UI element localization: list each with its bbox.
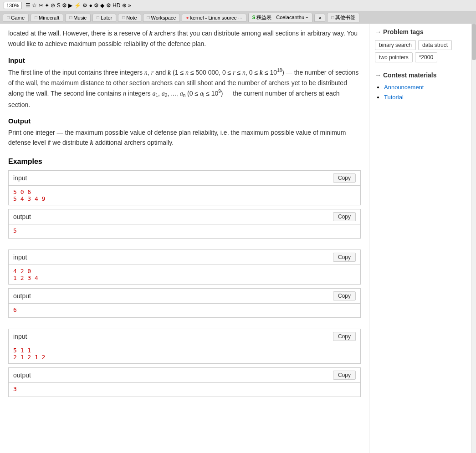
example-2-output: output Copy 6 — [8, 288, 361, 318]
copy-example-3-input[interactable]: Copy — [333, 332, 356, 341]
tags-container: binary search data struct two pointers *… — [375, 40, 466, 62]
example-2-input-body: 4 2 0 1 2 3 4 — [9, 265, 360, 284]
page-container: located at the wall. However, there is a… — [0, 24, 476, 453]
contest-arrow-icon: → — [375, 71, 381, 79]
example-1-output-label: output — [13, 213, 31, 220]
copy-example-2-input[interactable]: Copy — [333, 253, 356, 262]
browser-bar: 130% ☰ ☆ ✂ ✦ ⊘ S ⚙ ▶ ⚡ ⚙ ● ⚙ ◆ ⚙ HD ⊕ » — [0, 0, 476, 11]
examples-title: Examples — [8, 158, 361, 166]
output-title: Output — [8, 117, 361, 125]
example-2-output-label: output — [13, 292, 31, 300]
problem-tags-title: → Problem tags — [375, 28, 466, 36]
main-content: located at the wall. However, there is a… — [0, 24, 369, 453]
contest-materials-section: → Contest materials Announcement Tutoria… — [375, 71, 466, 101]
tab-bookmarks[interactable]: □ 其他书签 — [327, 13, 359, 22]
contest-links-list: Announcement Tutorial — [375, 83, 466, 101]
example-1-output-header: output Copy — [9, 209, 360, 224]
copy-example-1-input[interactable]: Copy — [333, 173, 356, 183]
example-1-input-body: 5 0 6 5 4 3 4 9 — [9, 186, 360, 205]
tab-workspace[interactable]: □ Workspace — [143, 14, 180, 22]
tab-kernel[interactable]: ● kernel - Linux source ··· — [182, 14, 246, 22]
example-2: input Copy 4 2 0 1 2 3 4 — [8, 249, 361, 285]
example-3: input Copy 5 1 1 2 1 2 1 2 — [8, 329, 361, 364]
tab-music[interactable]: □ Music — [65, 14, 91, 22]
example-1-input-header: input Copy — [9, 171, 360, 186]
tag-binary-search[interactable]: binary search — [375, 40, 416, 50]
problem-intro: located at the wall. However, there is a… — [8, 28, 361, 49]
input-title: Input — [8, 56, 361, 64]
problem-tags-section: → Problem tags binary search data struct… — [375, 28, 466, 62]
tag-two-pointers[interactable]: two pointers — [375, 52, 413, 62]
copy-example-3-output[interactable]: Copy — [333, 371, 356, 380]
example-1: input Copy 5 0 6 5 4 3 4 9 — [8, 170, 361, 205]
tags-arrow-icon: → — [375, 28, 381, 36]
example-3-output-label: output — [13, 372, 31, 379]
output-section: Output Print one integer — the maximum p… — [8, 117, 361, 148]
example-2-output-body: 6 — [9, 304, 360, 317]
tag-difficulty[interactable]: *2000 — [415, 52, 437, 62]
example-3-input-label: input — [13, 333, 27, 340]
example-1-output: output Copy 5 — [8, 209, 361, 239]
zoom-level[interactable]: 130% — [4, 2, 22, 9]
tutorial-link[interactable]: Tutorial — [384, 94, 404, 101]
example-2-input-header: input Copy — [9, 250, 360, 265]
example-3-output-body: 3 — [9, 383, 360, 397]
example-1-output-body: 5 — [9, 224, 360, 238]
tab-later[interactable]: □ Later — [92, 14, 116, 22]
contest-materials-title: → Contest materials — [375, 71, 466, 79]
tag-data-struct[interactable]: data struct — [418, 40, 452, 50]
tab-bar: □ Game □ Minecraft □ Music □ Later □ Not… — [0, 11, 476, 24]
copy-example-2-output[interactable]: Copy — [333, 291, 356, 300]
tab-minecraft[interactable]: □ Minecraft — [31, 14, 63, 22]
example-3-output-header: output Copy — [9, 368, 360, 383]
announcement-link[interactable]: Announcement — [384, 84, 424, 91]
input-text: The first line of the input contains thr… — [8, 67, 361, 110]
tab-game[interactable]: □ Game — [3, 14, 29, 22]
scrollbar-track[interactable] — [471, 24, 476, 453]
example-3-input-body: 5 1 1 2 1 2 1 2 — [9, 344, 360, 363]
output-text: Print one integer — the maximum possible… — [8, 127, 361, 148]
example-3-output: output Copy 3 — [8, 367, 361, 397]
input-section: Input The first line of the input contai… — [8, 56, 361, 110]
contest-link-tutorial: Tutorial — [384, 93, 466, 101]
tab-more[interactable]: » — [314, 14, 325, 22]
example-1-input-label: input — [13, 174, 27, 182]
nav-icons: ☰ ☆ ✂ ✦ ⊘ S ⚙ ▶ ⚡ ⚙ ● ⚙ ◆ ⚙ HD ⊕ » — [26, 2, 131, 9]
contest-link-announcement: Announcement — [384, 83, 466, 91]
tab-jijibiao[interactable]: S 积益表 - Coelacanthu··· — [248, 13, 312, 22]
sidebar: → Problem tags binary search data struct… — [369, 24, 471, 453]
example-2-input-label: input — [13, 254, 27, 261]
tab-note[interactable]: □ Note — [118, 14, 141, 22]
copy-example-1-output[interactable]: Copy — [333, 212, 356, 221]
examples-section: Examples input Copy 5 0 6 5 4 3 4 9 outp… — [8, 158, 361, 397]
example-3-input-header: input Copy — [9, 329, 360, 344]
scrollbar-thumb[interactable] — [472, 24, 476, 60]
example-2-output-header: output Copy — [9, 289, 360, 304]
